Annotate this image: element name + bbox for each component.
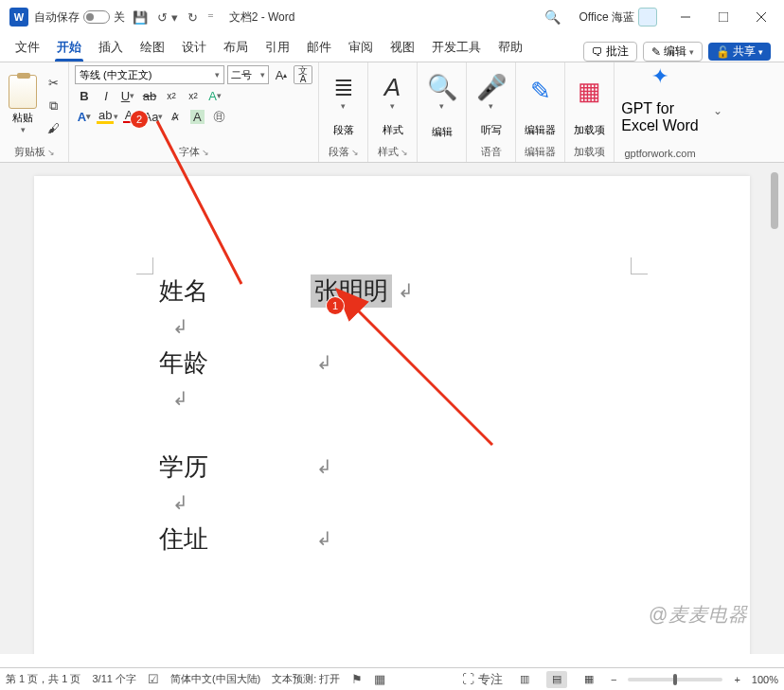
print-layout-icon[interactable]: ▤ (546, 671, 567, 688)
svg-rect-1 (719, 12, 728, 22)
selected-text[interactable]: 张明明 (311, 274, 392, 308)
page[interactable]: 姓名 张明明↲ ↲ 年龄 ↲ ↲ 学历 ↲ ↲ 住址 ↲ (34, 176, 750, 654)
paragraph-mark-icon: ↲ (316, 351, 332, 374)
paste-icon (9, 75, 37, 109)
group-gpt[interactable]: ✦ GPT forExcel Word gptforwork.com (615, 62, 705, 162)
grow-font-icon[interactable]: A▴ (272, 65, 291, 84)
field-row-name: 姓名 张明明↲ (159, 271, 414, 310)
display-settings-icon[interactable]: ⛶ 专注 (462, 671, 503, 688)
addins-icon: ▦ (578, 64, 601, 117)
spellcheck-icon[interactable]: ☑ (148, 672, 159, 686)
paragraph-mark-icon: ↲ (172, 491, 188, 514)
paragraph-icon: ≣▾ (333, 64, 354, 117)
bold-button[interactable]: B (75, 86, 94, 105)
language-indicator[interactable]: 简体中文(中国大陆) (170, 672, 260, 686)
group-dictate[interactable]: 🎤▾ 听写 语音 (467, 62, 516, 162)
tab-developer[interactable]: 开发工具 (430, 35, 483, 62)
paragraph-mark-icon: ↲ (316, 527, 332, 550)
copy-icon[interactable]: ⧉ (44, 97, 62, 115)
avatar-icon (638, 8, 657, 27)
margin-corner-icon (136, 257, 153, 274)
tab-review[interactable]: 审阅 (347, 35, 375, 62)
web-layout-icon[interactable]: ▦ (579, 671, 599, 688)
document-title: 文档2 - Word (229, 9, 295, 26)
group-editing[interactable]: 🔍▾ 编辑 (418, 62, 467, 162)
page-indicator[interactable]: 第 1 页，共 1 页 (6, 672, 80, 686)
share-button[interactable]: 🔓 共享 ▾ (708, 43, 771, 61)
accessibility-icon[interactable]: ⚑ (351, 672, 363, 686)
tab-layout[interactable]: 布局 (222, 35, 250, 62)
undo-icon[interactable]: ↺ ▾ (157, 10, 178, 25)
zoom-level[interactable]: 100% (752, 674, 778, 685)
editing-mode-button[interactable]: ✎ 编辑 ▾ (643, 42, 703, 62)
annotation-badge-2: 2 (131, 111, 148, 128)
group-styles[interactable]: A▾ 样式 样式 ↘ (368, 62, 418, 162)
paragraph-mark-icon: ↲ (172, 315, 188, 338)
maximize-button[interactable] (704, 4, 742, 30)
ribbon-tabs: 文件 开始 插入 绘图 设计 布局 引用 邮件 审阅 视图 开发工具 帮助 🗨 … (0, 34, 784, 62)
document-content[interactable]: 姓名 张明明↲ ↲ 年龄 ↲ ↲ 学历 ↲ ↲ 住址 ↲ (159, 271, 414, 558)
phonetic-guide-icon[interactable]: 文A (294, 65, 312, 84)
highlight-button[interactable]: ab▾ (97, 107, 118, 126)
format-painter-icon[interactable]: 🖌 (44, 120, 62, 137)
minimize-button[interactable] (667, 4, 704, 30)
word-count[interactable]: 3/11 个字 (92, 672, 135, 686)
zoom-out-icon[interactable]: − (611, 674, 616, 685)
field-row-edu: 学历 ↲ (159, 447, 414, 487)
titlebar: W 自动保存 关 💾 ↺ ▾ ↻ ⁼ 文档2 - Word 🔍 Office 海… (0, 0, 784, 34)
cut-icon[interactable]: ✂ (44, 75, 62, 92)
read-mode-icon[interactable]: ▥ (514, 671, 535, 688)
autosave-toggle[interactable]: 自动保存 关 (34, 9, 125, 26)
autosave-label: 自动保存 (34, 9, 80, 26)
scrollbar[interactable] (769, 167, 780, 650)
enclose-char-button[interactable]: ㊐ (209, 107, 228, 126)
char-shading-button[interactable]: A (187, 107, 206, 126)
tab-file[interactable]: 文件 (13, 35, 42, 62)
tab-design[interactable]: 设计 (180, 35, 208, 62)
macro-icon[interactable]: ▦ (374, 672, 385, 686)
zoom-slider[interactable] (628, 678, 722, 681)
tab-view[interactable]: 视图 (388, 35, 417, 62)
close-button[interactable] (742, 4, 780, 30)
document-area: 姓名 张明明↲ ↲ 年龄 ↲ ↲ 学历 ↲ ↲ 住址 ↲ @麦麦电器 (0, 163, 784, 654)
group-editor[interactable]: ✎ 编辑器 编辑器 (516, 62, 565, 162)
strikethrough-button[interactable]: ab (140, 86, 159, 105)
tab-home[interactable]: 开始 (55, 35, 83, 62)
user-account[interactable]: Office 海蓝 (579, 8, 657, 27)
subscript-button[interactable]: x2 (162, 86, 181, 105)
collapse-ribbon-button[interactable]: ⌄ (705, 62, 728, 162)
font-name-combo[interactable]: 等线 (中文正文)▾ (75, 65, 224, 84)
group-addins[interactable]: ▦ 加载项 加载项 (565, 62, 615, 162)
qat-more-icon[interactable]: ⁼ (207, 10, 214, 25)
paragraph-mark-icon: ↲ (172, 387, 188, 410)
underline-button[interactable]: U▾ (118, 86, 137, 105)
save-icon[interactable]: 💾 (133, 10, 148, 25)
dialog-launcher-icon[interactable]: ↘ (202, 148, 209, 157)
tab-references[interactable]: 引用 (263, 35, 292, 62)
group-clipboard: 粘贴 ▾ ✂ ⧉ 🖌 剪贴板 ↘ (0, 62, 69, 162)
paste-button[interactable]: 粘贴 ▾ (6, 73, 40, 134)
italic-button[interactable]: I (97, 86, 116, 105)
scroll-thumb[interactable] (771, 172, 778, 229)
comments-button[interactable]: 🗨 批注 (583, 42, 637, 62)
paragraph-mark-icon: ↲ (398, 279, 414, 302)
text-effects-button[interactable]: A▾ (205, 86, 224, 105)
tab-draw[interactable]: 绘图 (138, 35, 167, 62)
redo-icon[interactable]: ↻ (187, 10, 198, 25)
editor-icon: ✎ (530, 64, 551, 117)
zoom-in-icon[interactable]: + (734, 674, 739, 685)
char-border-button[interactable]: A▾ (75, 107, 94, 126)
field-row-addr: 住址 ↲ (159, 519, 414, 558)
superscript-button[interactable]: x2 (184, 86, 203, 105)
mic-icon: 🎤▾ (476, 64, 507, 117)
font-size-combo[interactable]: 二号▾ (227, 65, 269, 84)
text-predict-indicator[interactable]: 文本预测: 打开 (272, 672, 340, 686)
tab-insert[interactable]: 插入 (97, 35, 125, 62)
tab-mailings[interactable]: 邮件 (305, 35, 333, 62)
group-paragraph[interactable]: ≣▾ 段落 段落 ↘ (319, 62, 368, 162)
tab-help[interactable]: 帮助 (496, 35, 525, 62)
dialog-launcher-icon[interactable]: ↘ (47, 148, 55, 157)
label-age: 年龄 (159, 346, 311, 380)
search-icon[interactable]: 🔍 (544, 9, 561, 25)
clear-formatting-button[interactable]: A̷ (166, 107, 185, 126)
